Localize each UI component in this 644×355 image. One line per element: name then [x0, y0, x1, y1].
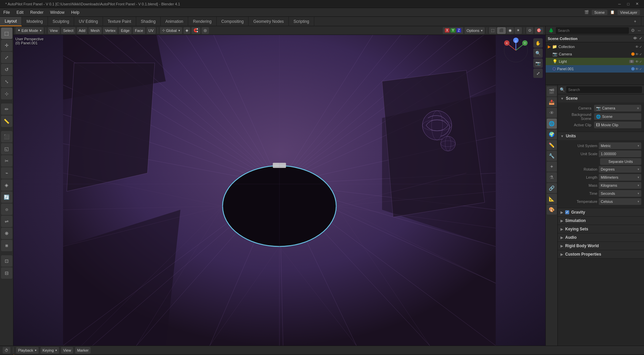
tool-inset[interactable]: ⊟ [1, 267, 12, 279]
prop-tab-object[interactable]: ✏️ [547, 140, 557, 150]
z-axis-btn[interactable]: Z [457, 28, 461, 33]
viewport-edge-menu[interactable]: Edge [119, 27, 131, 34]
unit-system-value[interactable]: Metric [599, 142, 641, 149]
collection-restrict-icon[interactable]: ✓ [639, 45, 642, 49]
tool-scale[interactable]: ⤡ [1, 76, 12, 87]
tab-sculpting[interactable]: Sculpting [48, 17, 74, 26]
tab-add[interactable]: + [629, 17, 641, 26]
tab-shading[interactable]: Shading [136, 17, 161, 26]
prop-tab-world[interactable]: 🌍 [547, 129, 557, 139]
active-clip-value[interactable]: 🎞 Movie Clip [594, 122, 641, 128]
bg-scene-value[interactable]: 🌐 Scene [594, 113, 641, 120]
viewport-overlays[interactable]: X Y Z [443, 27, 463, 34]
viewport-view-menu[interactable]: View [48, 27, 60, 34]
tool-bisect[interactable]: ⌁ [1, 167, 12, 179]
tool-annotate[interactable]: ✏ [1, 103, 12, 115]
close-button[interactable]: ✕ [633, 0, 641, 8]
tool-select[interactable]: ⬚ [1, 28, 12, 39]
menu-help[interactable]: Help [68, 8, 83, 17]
viewport-gizmo[interactable]: Z Y X [502, 37, 529, 64]
viewport-snap[interactable]: 🧲 [192, 27, 200, 34]
tab-uv-editing[interactable]: UV Editing [74, 17, 103, 26]
viewport-uv-menu[interactable]: UV [147, 27, 156, 34]
y-axis-btn[interactable]: Y [450, 28, 455, 33]
nav-local[interactable]: ⤢ [533, 69, 543, 78]
nav-pan[interactable]: ✋ [533, 38, 543, 48]
tool-measure[interactable]: 📏 [1, 116, 12, 127]
prop-tab-data[interactable]: 📐 [547, 194, 557, 204]
collection-hide-icon[interactable]: 👁 [635, 45, 639, 49]
timeline-marker-menu[interactable]: Marker [75, 347, 91, 354]
viewport-add-menu[interactable]: Add [77, 27, 88, 34]
viewport-transform-orientation[interactable]: ⊹ Global [160, 27, 182, 34]
tab-layout[interactable]: Layout [0, 17, 22, 26]
camera-remove-btn[interactable]: ✕ [637, 106, 639, 110]
minimize-button[interactable]: ─ [615, 0, 624, 8]
viewport-mode-selector[interactable]: ✦ Edit Mode [15, 27, 44, 34]
tab-geometry-nodes[interactable]: Geometry Nodes [249, 17, 289, 26]
maximize-button[interactable]: □ [624, 0, 633, 8]
menu-render[interactable]: Render [27, 8, 47, 17]
x-axis-btn[interactable]: X [445, 28, 450, 33]
view-layer-value[interactable]: ViewLayer [618, 10, 640, 15]
tool-spin[interactable]: 🔄 [1, 191, 12, 203]
tool-add-loop[interactable]: ◱ [1, 143, 12, 154]
outliner-filter-icon[interactable]: ⚙ [631, 28, 635, 33]
viewport-face-menu[interactable]: Face [133, 27, 145, 34]
outliner-row-camera[interactable]: 📷 Camera 👁 ✓ [546, 50, 644, 58]
light-restrict-icon[interactable]: ✓ [639, 60, 642, 63]
gravity-section-header[interactable]: ▶ ✓ Gravity [558, 208, 644, 216]
prop-tab-particles[interactable]: ✦ [547, 162, 557, 172]
tool-knife[interactable]: ✂ [1, 155, 12, 167]
separate-units-btn[interactable]: Separate Units [600, 158, 641, 165]
rotation-value[interactable]: Degrees [599, 166, 641, 173]
shading-solid[interactable]: ⬛ [497, 27, 506, 34]
camera-restrict-icon[interactable]: ✓ [639, 52, 642, 56]
tab-modeling[interactable]: Modeling [22, 17, 48, 26]
tool-polyquilt[interactable]: ◈ [1, 179, 12, 191]
camera-hide-icon[interactable]: 👁 [635, 52, 639, 56]
tool-rotate[interactable]: ↺ [1, 64, 12, 75]
menu-file[interactable]: File [0, 8, 13, 17]
mass-value[interactable]: Kilograms [599, 182, 641, 189]
nav-camera[interactable]: 📷 [533, 58, 543, 68]
audio-section-header[interactable]: ▶ Audio [558, 233, 644, 241]
scene-value[interactable]: Scene [592, 10, 607, 15]
nav-zoom[interactable]: 🔍 [533, 48, 543, 58]
tool-transform[interactable]: ⊹ [1, 88, 12, 99]
panel001-hide-icon[interactable]: 👁 [635, 67, 639, 71]
outliner-row-collection[interactable]: ▶ 📁 Collection 👁 ✓ [546, 43, 644, 50]
custom-properties-header[interactable]: ▶ Custom Properties [558, 250, 644, 258]
tab-compositing[interactable]: Compositing [217, 17, 249, 26]
viewport[interactable]: ✦ Edit Mode View Select Add Mesh Vertex … [13, 26, 545, 346]
viewport-overlay-toggle[interactable]: ⊙ [526, 27, 533, 34]
tab-animation[interactable]: Animation [161, 17, 188, 26]
tool-cursor[interactable]: ✛ [1, 40, 12, 51]
length-value[interactable]: Millimeters [599, 174, 641, 181]
tool-edge-slide[interactable]: ⇌ [1, 216, 12, 227]
outliner-search-input[interactable] [556, 27, 629, 34]
light-hide-icon[interactable]: 👁 [635, 60, 639, 63]
prop-tab-material[interactable]: 🎨 [547, 205, 557, 215]
hide-icon[interactable]: 👁 [633, 36, 637, 41]
timeline-view-menu[interactable]: View [61, 347, 73, 354]
timeline-keying-menu[interactable]: Keying [41, 347, 59, 354]
keying-sets-header[interactable]: ▶ Keying Sets [558, 225, 644, 233]
tool-extrude[interactable]: ⊡ [1, 255, 12, 267]
shading-wireframe[interactable]: ⬚ [489, 27, 496, 34]
prop-tab-scene[interactable]: 🌐 [547, 119, 557, 129]
tool-move[interactable]: ⤢ [1, 52, 12, 63]
outliner-sync-icon[interactable]: ↔ [637, 28, 641, 33]
viewport-options-menu[interactable]: Options [465, 27, 485, 34]
tool-shear[interactable]: ⋇ [1, 240, 12, 251]
camera-prop-value[interactable]: 📷 Camera ✕ [594, 105, 641, 112]
menu-edit[interactable]: Edit [13, 8, 27, 17]
viewport-vertex-menu[interactable]: Vertex [103, 27, 117, 34]
menu-window[interactable]: Window [47, 8, 68, 17]
viewport-pivot-point[interactable]: ◈ [183, 27, 190, 34]
tool-add-cube[interactable]: ⬛ [1, 131, 12, 142]
viewport-gizmo-toggle[interactable]: 🎯 [535, 27, 543, 34]
prop-tab-view-layer[interactable]: 👁 [547, 108, 557, 118]
shading-rendered[interactable]: ☀ [515, 27, 522, 34]
prop-tab-render[interactable]: 🎬 [547, 86, 557, 96]
